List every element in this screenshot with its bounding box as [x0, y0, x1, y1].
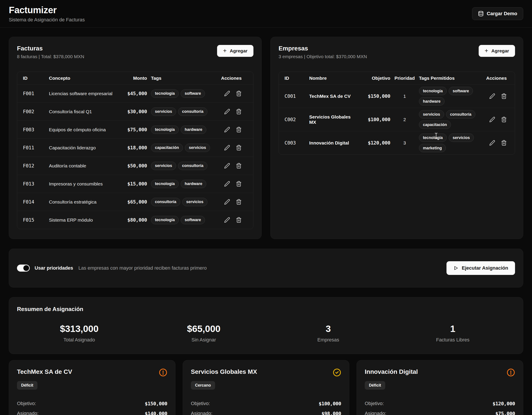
empresa-prioridad: 1	[394, 94, 415, 99]
summary-stats: $313,000Total Asignado$65,000Sin Asignar…	[17, 324, 515, 343]
delete-button[interactable]	[236, 91, 242, 96]
stat-value: 3	[266, 324, 390, 334]
delete-button[interactable]	[236, 217, 242, 223]
delete-button[interactable]	[501, 140, 507, 146]
factura-tags: serviciosconsultoría	[151, 160, 217, 172]
tag-pill: tecnología	[151, 126, 179, 134]
empresa-prioridad: 2	[394, 117, 415, 122]
tag-pill: tecnología	[151, 89, 179, 98]
stat-label: Sin Asignar	[142, 337, 266, 343]
trash-icon	[236, 127, 242, 132]
delete-button[interactable]	[236, 181, 242, 187]
delete-button[interactable]	[236, 199, 242, 205]
card-row-objetivo: Objetivo:$100,000	[191, 401, 341, 406]
delete-button[interactable]	[501, 116, 507, 123]
edit-button[interactable]	[224, 199, 230, 205]
card-row-objetivo: Objetivo:$120,000	[365, 401, 515, 406]
delete-button[interactable]	[236, 145, 242, 151]
alert-circle-icon	[507, 368, 515, 377]
tag-pill: consultoría	[178, 107, 207, 116]
stat-value: $313,000	[17, 324, 142, 334]
tag-pill: hardware	[419, 97, 445, 105]
pencil-icon	[489, 93, 495, 99]
tag-pill: tecnología	[419, 133, 447, 142]
factura-tags: tecnologíahardware	[151, 123, 217, 136]
main-content: Facturas 8 facturas | Total: $378,000 MX…	[0, 37, 532, 415]
edit-button[interactable]	[224, 217, 230, 223]
empresas-panel: Empresas 3 empresas | Objetivo total: $3…	[270, 37, 523, 239]
delete-button[interactable]	[236, 109, 242, 114]
load-demo-button[interactable]: Cargar Demo	[472, 7, 523, 20]
tag-pill: software	[449, 87, 473, 95]
column-header: Tags Permitidos	[419, 75, 483, 81]
empresa-prioridad: 3	[394, 140, 415, 146]
edit-button[interactable]	[224, 181, 230, 187]
edit-button[interactable]	[224, 127, 230, 132]
pencil-icon	[489, 116, 495, 123]
edit-button[interactable]	[224, 91, 230, 96]
delete-button[interactable]	[236, 127, 242, 132]
add-empresa-button[interactable]: + Agregar	[479, 45, 515, 57]
facturas-subtitle: 8 facturas | Total: $378,000 MXN	[17, 54, 84, 59]
facturas-table: IDConceptoMontoTagsAcciones F001Licencia…	[17, 72, 253, 229]
tag-pill: servicios	[185, 144, 210, 152]
use-priorities-description: Las empresas con mayor prioridad reciben…	[78, 265, 207, 271]
factura-concepto: Auditoría contable	[49, 163, 118, 169]
factura-tags: tecnologíasoftware	[151, 214, 217, 226]
stat-value: 1	[390, 324, 515, 334]
edit-button[interactable]	[489, 93, 495, 99]
toggle-knob	[23, 265, 29, 271]
column-header: Tags	[151, 75, 217, 81]
factura-concepto: Sistema ERP módulo	[49, 217, 118, 223]
edit-button[interactable]	[489, 116, 495, 123]
delete-button[interactable]	[236, 163, 242, 169]
delete-button[interactable]	[501, 93, 507, 99]
tag-pill: tecnología	[151, 216, 179, 224]
plus-icon: +	[484, 47, 488, 54]
stat-value: $65,000	[142, 324, 266, 334]
pencil-icon	[224, 163, 230, 169]
company-name: Innovación Digital	[365, 368, 418, 375]
trash-icon	[236, 199, 242, 205]
column-header: Prioridad	[394, 75, 415, 81]
row-actions	[221, 91, 247, 96]
database-icon	[478, 11, 484, 17]
edit-button[interactable]	[224, 145, 230, 151]
empresas-table: IDNombreObjetivoPrioridadTags Permitidos…	[279, 72, 515, 155]
add-factura-button[interactable]: + Agregar	[217, 45, 253, 57]
column-header: Acciones	[486, 75, 509, 81]
factura-tags: capacitaciónservicios	[151, 141, 217, 154]
tag-pill: tecnología	[151, 180, 179, 188]
factura-row: F001Licencias software empresarial$45,00…	[17, 84, 253, 103]
factura-monto: $80,000	[122, 217, 147, 223]
edit-button[interactable]	[489, 140, 495, 146]
add-factura-label: Agregar	[230, 48, 247, 54]
stat-label: Facturas Libres	[390, 337, 515, 343]
execute-assignment-button[interactable]: Ejecutar Asignación	[446, 261, 515, 275]
factura-row: F013Impresoras y consumibles$15,000tecno…	[17, 175, 253, 193]
use-priorities-toggle[interactable]	[17, 264, 30, 272]
card-row-asignado: Asignado:$140,000	[17, 411, 167, 415]
pencil-icon	[224, 217, 230, 223]
card-rows: Objetivo:$120,000Asignado:$75,000Diferen…	[365, 401, 515, 415]
edit-button[interactable]	[224, 109, 230, 114]
column-header: Acciones	[221, 75, 247, 81]
row-actions	[221, 127, 247, 132]
company-card: TechMex SA de CVDéficitObjetivo:$150,000…	[9, 360, 175, 415]
summary-stat: 3Empresas	[266, 324, 390, 343]
column-header: ID	[285, 75, 306, 81]
card-row-asignado: Asignado:$75,000	[365, 411, 515, 415]
row-actions	[221, 163, 247, 169]
tag-pill: consultoría	[151, 198, 180, 206]
column-header: Concepto	[49, 75, 118, 81]
summary-stat: 1Facturas Libres	[390, 324, 515, 343]
facturas-table-header: IDConceptoMontoTagsAcciones	[17, 72, 253, 84]
factura-concepto: Equipos de cómputo oficina	[49, 127, 118, 132]
empresas-title: Empresas	[279, 45, 367, 52]
trash-icon	[236, 181, 242, 187]
pencil-icon	[224, 91, 230, 96]
card-rows: Objetivo:$100,000Asignado:$98,000Diferen…	[191, 401, 341, 415]
edit-button[interactable]	[224, 163, 230, 169]
tag-pill: marketing	[419, 144, 446, 152]
card-header: Innovación Digital	[365, 368, 515, 377]
